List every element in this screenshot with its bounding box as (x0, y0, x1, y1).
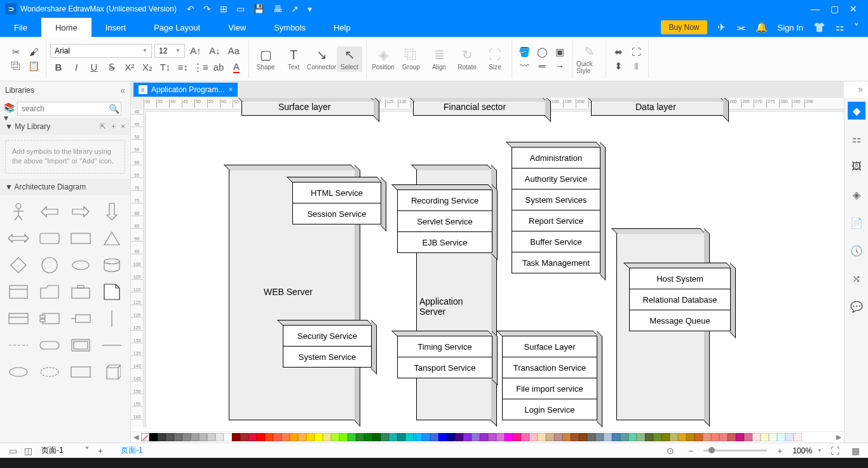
arch-section[interactable]: ▼ Architecture Diagram (0, 179, 130, 195)
page-panel-icon[interactable]: 📄 (848, 214, 865, 231)
stack-cell[interactable]: Authority Service (512, 168, 600, 189)
shape-folder[interactable] (36, 280, 64, 303)
stack-cell[interactable]: Administration (512, 147, 600, 169)
color-swatch[interactable] (513, 433, 521, 441)
color-swatch[interactable] (339, 433, 348, 441)
shape-diamond[interactable] (5, 254, 32, 277)
page-thumb-icon[interactable]: ◫ (20, 446, 36, 456)
undo-icon[interactable]: ↶ (187, 4, 194, 14)
same-height-icon[interactable]: ⬍ (610, 59, 627, 73)
color-swatch[interactable] (653, 433, 661, 441)
color-swatch[interactable] (637, 433, 645, 441)
shape-arrow-down[interactable] (98, 200, 125, 223)
shape-tool[interactable]: ▢Shape (253, 46, 278, 72)
color-swatch[interactable] (389, 433, 397, 441)
color-swatch[interactable] (463, 433, 471, 441)
shape-card[interactable] (5, 307, 32, 330)
image-panel-icon[interactable]: 🖼 (848, 158, 865, 176)
color-swatch[interactable] (587, 433, 595, 441)
color-swatch[interactable] (356, 433, 364, 441)
page-list-icon[interactable]: ▭ (5, 446, 20, 456)
color-swatch[interactable] (769, 433, 777, 441)
color-swatch[interactable] (785, 433, 794, 441)
stack-cell[interactable]: Tansport Service (397, 357, 492, 378)
color-swatch[interactable] (761, 433, 769, 441)
fullscreen-icon[interactable]: ▦ (848, 446, 863, 456)
shape-arrow-bidir[interactable] (5, 227, 32, 250)
color-swatch[interactable] (562, 433, 571, 441)
color-swatch[interactable] (480, 433, 488, 441)
panel-collapse-icon[interactable]: « (120, 85, 125, 95)
color-swatch[interactable] (174, 433, 182, 441)
color-swatch[interactable] (744, 433, 752, 441)
fit-page-icon[interactable]: ⛶ (827, 446, 843, 456)
color-swatch[interactable] (166, 433, 174, 441)
lib-add-icon[interactable]: + (111, 122, 116, 131)
format-panel-icon[interactable]: ◆ (848, 102, 865, 120)
shape-line-horiz[interactable] (98, 334, 125, 357)
color-swatch[interactable] (505, 433, 513, 441)
stack-cell[interactable]: Recording Service (397, 189, 492, 211)
redo-icon[interactable]: ↷ (203, 4, 211, 14)
highlight-icon[interactable]: ab (210, 60, 227, 74)
color-swatch[interactable] (604, 433, 612, 441)
color-swatch[interactable] (752, 433, 761, 441)
color-swatch[interactable] (265, 433, 273, 441)
fill-icon[interactable]: 🪣 (516, 45, 532, 59)
stack-cell[interactable]: Surface Layer (502, 336, 597, 357)
color-swatch[interactable] (248, 433, 257, 441)
color-swatch[interactable] (199, 433, 207, 441)
send-icon[interactable]: ✈ (717, 22, 726, 33)
add-page-icon[interactable]: + (93, 446, 108, 456)
zoom-in-icon[interactable]: + (772, 446, 787, 456)
select-tool[interactable]: ↖Select (337, 46, 362, 72)
color-swatch[interactable] (372, 433, 381, 441)
color-swatch[interactable] (728, 433, 736, 441)
diagram-stack[interactable]: Recording ServiceServlet ServiceEJB Serv… (397, 189, 492, 253)
tshirt-icon[interactable]: 👕 (813, 22, 825, 33)
color-swatch[interactable] (405, 433, 414, 441)
stack-cell[interactable]: EJB Service (397, 231, 492, 253)
document-tab[interactable]: ≡ Applicaton Program... × (133, 83, 238, 97)
stack-cell[interactable]: Task Management (512, 252, 600, 273)
menu-view[interactable]: View (214, 18, 260, 37)
shape-component[interactable] (36, 307, 64, 330)
color-swatch[interactable] (364, 433, 372, 441)
bullets-icon[interactable]: ⋮≡ (193, 60, 209, 74)
color-swatch[interactable] (215, 433, 224, 441)
mylib-section[interactable]: ▼ My Library⇱+× (0, 118, 130, 135)
stack-cell[interactable]: Buffer Service (512, 231, 600, 252)
strike-icon[interactable]: S̶ (104, 60, 120, 74)
right-collapse-icon[interactable]: » (858, 84, 863, 94)
shape-class[interactable] (5, 280, 32, 303)
shape-dash-line[interactable] (5, 334, 32, 357)
zoom-slider[interactable] (703, 450, 767, 451)
stack-cell[interactable]: System Service (283, 346, 372, 368)
stack-cell[interactable]: Host System (629, 268, 731, 289)
color-swatch[interactable] (281, 433, 290, 441)
color-swatch[interactable] (240, 433, 248, 441)
shape-line-vert[interactable] (98, 307, 125, 330)
history-panel-icon[interactable]: 🕔 (848, 242, 865, 259)
no-color-swatch[interactable] (141, 433, 149, 441)
apps-icon[interactable]: ⚏ (836, 22, 844, 33)
color-swatch[interactable] (348, 433, 356, 441)
lib-close-icon[interactable]: × (121, 122, 125, 131)
shape-interface[interactable] (67, 307, 95, 330)
color-swatch[interactable] (645, 433, 653, 441)
page-link[interactable]: 页面-1 (121, 445, 143, 456)
paste-icon[interactable]: 📋 (25, 59, 42, 73)
new-icon[interactable]: ⊞ (220, 4, 227, 14)
color-swatch[interactable] (331, 433, 339, 441)
color-swatch[interactable] (397, 433, 405, 441)
diagram-stack[interactable]: Security ServiceSystem Service (283, 325, 372, 368)
shape-frame[interactable] (67, 334, 95, 357)
bold-icon[interactable]: B (50, 60, 67, 74)
stack-cell[interactable]: HTML Service (292, 182, 381, 203)
shape-arrow-left[interactable] (36, 200, 64, 223)
color-swatch[interactable] (232, 433, 240, 441)
grid-panel-icon[interactable]: ⚏ (848, 130, 865, 148)
shape-triangle[interactable] (98, 227, 125, 250)
library-search-input[interactable] (17, 102, 121, 116)
export-icon[interactable]: ↗ (291, 4, 299, 14)
